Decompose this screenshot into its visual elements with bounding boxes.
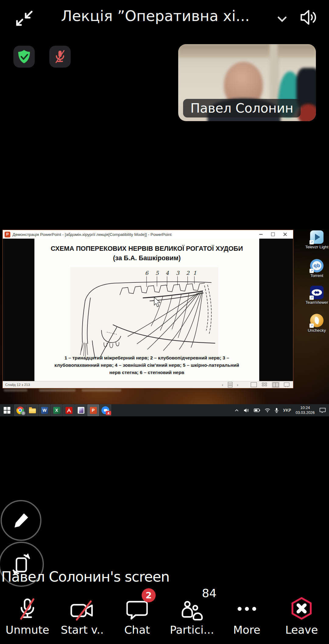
powerpoint-icon: P	[90, 407, 97, 414]
annotate-button[interactable]	[1, 500, 41, 541]
powerpoint-reading-view: СХЕМА ПОПЕРЕКОВИХ НЕРВІВ ВЕЛИКОЇ РОГАТОЇ…	[3, 239, 293, 381]
tray-speaker-icon[interactable]	[243, 408, 249, 413]
slide-title: СХЕМА ПОПЕРЕКОВИХ НЕРВІВ ВЕЛИКОЇ РОГАТОЇ…	[34, 239, 259, 263]
tray-battery-icon[interactable]	[254, 408, 260, 412]
taskbar-file-explorer[interactable]	[27, 404, 38, 416]
window-minimize-button[interactable]	[255, 230, 267, 238]
window-title: Демонстрація PowerPoint - [абдомін.хірур…	[12, 232, 172, 237]
more-dots-icon	[238, 597, 256, 621]
taskbar-excel[interactable]: X	[51, 404, 62, 416]
security-button[interactable]	[13, 46, 35, 68]
participant-name-label: Павел Солонин	[183, 99, 301, 117]
participants-button[interactable]: 84 Partici...	[164, 589, 219, 644]
desktop-label-smudge	[82, 389, 121, 392]
word-icon: W	[41, 407, 48, 414]
meeting-toolbar: Unmute Start v.. 2 Chat	[0, 589, 329, 644]
screen-share-label: Павел Солонин's screen	[1, 569, 169, 585]
chat-bubble-icon	[126, 600, 148, 621]
meeting-title: Лекція ”Оперативна хі...	[0, 7, 311, 24]
zoom-app-icon: 4	[101, 406, 109, 414]
windows-taskbar: п W X P 4	[0, 404, 329, 416]
start-button[interactable]	[0, 404, 14, 416]
slide-title-line2: (за Б.А. Башкіровим)	[34, 254, 259, 263]
taskbar-chrome[interactable]: п	[14, 404, 26, 416]
svg-text:3: 3	[176, 270, 180, 276]
desktop-shortcut-unchecky[interactable]: ↗ Unchecky	[304, 314, 329, 333]
powerpoint-app-icon: P	[5, 232, 10, 237]
excel-icon: X	[53, 407, 60, 414]
mic-muted-icon	[54, 49, 66, 64]
leave-button[interactable]: Leave	[274, 589, 329, 644]
participants-count: 84	[202, 586, 217, 600]
reading-view-button[interactable]	[273, 383, 279, 387]
minimize-icon	[259, 234, 263, 235]
maximize-icon	[271, 233, 275, 236]
speaker-icon	[298, 7, 318, 27]
system-tray: УКР 10:24 03.03.2026	[235, 405, 329, 415]
desktop-label-smudge	[4, 389, 27, 392]
powerpoint-titlebar[interactable]: P Демонстрація PowerPoint - [абдомін.хір…	[3, 230, 293, 239]
leave-hexagon-icon	[289, 596, 314, 621]
slide-caption: 1 – тринадцятий міжреберний нерв; 2 – кл…	[54, 354, 240, 376]
shortcut-arrow-icon: ↗	[310, 240, 314, 244]
slide-sorter-view-button[interactable]	[262, 383, 267, 387]
svg-text:6: 6	[145, 270, 149, 276]
more-button[interactable]: More	[219, 589, 274, 644]
start-video-button[interactable]: Start v..	[55, 589, 110, 644]
mic-status-button[interactable]	[49, 46, 71, 68]
participant-video-tile[interactable]: Павел Солонин	[178, 44, 316, 121]
taskbar-word[interactable]: W	[39, 404, 50, 416]
notes-icon[interactable]	[228, 382, 232, 387]
taskbar-acrobat[interactable]	[63, 404, 75, 416]
windows-logo-icon	[4, 407, 10, 414]
normal-view-button[interactable]	[251, 382, 257, 387]
taskbar-powerpoint-active[interactable]: P	[87, 404, 99, 416]
tray-mic-icon[interactable]	[275, 408, 278, 413]
speaker-button[interactable]	[298, 7, 318, 27]
cow-nerve-diagram: 6 5 4 3 2 1	[70, 267, 218, 359]
desktop-shortcut-torrent[interactable]: qb ↗ Torrent	[304, 259, 329, 278]
svg-text:2: 2	[186, 270, 190, 276]
chat-button[interactable]: 2 Chat	[110, 589, 164, 644]
previous-slide-button[interactable]: ‹	[222, 383, 223, 387]
shortcut-arrow-icon: ↗	[310, 269, 314, 273]
next-slide-button[interactable]: ›	[237, 383, 238, 387]
svg-text:1: 1	[193, 270, 196, 276]
tray-wifi-icon[interactable]	[265, 408, 270, 412]
unmute-button[interactable]: Unmute	[0, 589, 55, 644]
zoom-meeting-screen: Лекція ”Оперативна хі...	[0, 0, 329, 644]
svg-text:5: 5	[155, 270, 159, 276]
acrobat-reader-icon	[65, 407, 73, 414]
video-off-icon	[69, 600, 95, 621]
slide-title-line1: СХЕМА ПОПЕРЕКОВИХ НЕРВІВ ВЕЛИКОЇ РОГАТОЇ…	[34, 244, 259, 254]
mouse-cursor-icon	[154, 297, 160, 307]
slide-counter: Слайд 12 з 213	[5, 383, 30, 387]
file-explorer-icon	[29, 408, 36, 413]
svg-text:4: 4	[165, 270, 169, 276]
pencil-icon	[12, 511, 30, 530]
zoom-notification-badge: 4	[106, 411, 111, 415]
taskbar-zoom[interactable]: 4	[100, 404, 111, 416]
shared-screen-area: P Демонстрація PowerPoint - [абдомін.хір…	[0, 230, 329, 416]
desktop-shortcut-televzr[interactable]: ↗ Televzr Light	[304, 230, 329, 249]
language-indicator[interactable]: УКР	[283, 408, 291, 413]
participants-icon	[181, 599, 203, 621]
shield-check-icon	[17, 49, 31, 64]
shortcut-arrow-icon: ↗	[310, 296, 314, 300]
slide: СХЕМА ПОПЕРЕКОВИХ НЕРВІВ ВЕЛИКОЇ РОГАТОЇ…	[34, 239, 259, 381]
shortcut-arrow-icon: ↗	[310, 324, 314, 328]
window-close-button[interactable]	[279, 230, 291, 238]
tray-date: 03.03.2026	[295, 410, 315, 415]
chevron-down-icon[interactable]	[277, 16, 288, 24]
tray-expand-icon[interactable]	[235, 409, 239, 412]
taskbar-photo-viewer[interactable]	[75, 404, 87, 416]
taskbar-clock[interactable]: 10:24 03.03.2026	[295, 405, 315, 415]
tray-time: 10:24	[295, 405, 315, 410]
slideshow-view-button[interactable]	[284, 383, 289, 387]
action-center-icon[interactable]	[319, 408, 326, 413]
window-maximize-button[interactable]	[267, 230, 279, 238]
photo-viewer-icon	[78, 407, 84, 414]
chat-unread-badge: 2	[142, 588, 156, 602]
chrome-profile-badge: п	[21, 411, 25, 415]
desktop-shortcut-teamviewer[interactable]: ↗ TeamViewer	[304, 286, 329, 305]
